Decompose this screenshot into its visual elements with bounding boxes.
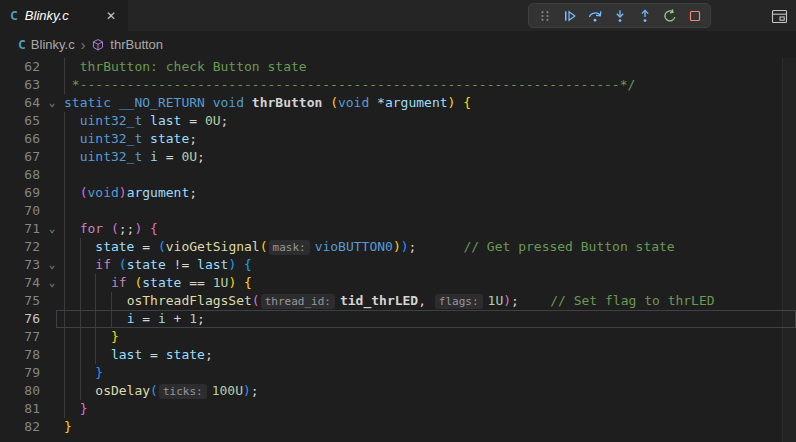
gutter[interactable]: 73⌄ (0, 256, 64, 274)
code-line[interactable]: 69 (void)argument; (0, 184, 796, 202)
code-editor[interactable]: 62 thrButton: check Button state63 *----… (0, 58, 796, 442)
gutter[interactable]: 62 (0, 58, 64, 76)
code-content[interactable]: uint32_t state; (64, 130, 796, 148)
line-number[interactable]: 68 (0, 166, 40, 184)
gutter[interactable]: 79 (0, 364, 64, 382)
line-number[interactable]: 73 (0, 256, 40, 274)
code-content[interactable]: i = i + 1; (64, 310, 796, 328)
line-number[interactable]: 78 (0, 346, 40, 364)
code-content[interactable]: } (64, 400, 796, 418)
fold-chevron-icon[interactable]: ⌄ (40, 220, 64, 238)
gutter[interactable]: 75 (0, 292, 64, 310)
fold-chevron-icon[interactable]: ⌄ (40, 94, 64, 112)
code-content[interactable]: *---------------------------------------… (64, 76, 796, 94)
code-content[interactable]: } (64, 418, 796, 436)
gutter[interactable]: 82 (0, 418, 64, 436)
code-content[interactable]: uint32_t last = 0U; (64, 112, 796, 130)
fold-chevron-icon[interactable]: ⌄ (40, 274, 64, 292)
code-content[interactable] (64, 202, 796, 220)
code-content[interactable]: thrButton: check Button state (64, 58, 796, 76)
gutter[interactable]: 69 (0, 184, 64, 202)
breadcrumb-symbol[interactable]: thrButton (91, 37, 163, 52)
line-number[interactable]: 69 (0, 184, 40, 202)
line-number[interactable]: 77 (0, 328, 40, 346)
code-content[interactable]: osDelay(ticks:100U); (64, 382, 796, 400)
close-icon[interactable]: ✕ (104, 8, 118, 24)
line-number[interactable]: 74 (0, 274, 40, 292)
code-content[interactable]: } (64, 328, 796, 346)
gutter[interactable]: 74⌄ (0, 274, 64, 292)
code-content[interactable]: } (64, 364, 796, 382)
line-number[interactable]: 71 (0, 220, 40, 238)
line-number[interactable]: 79 (0, 364, 40, 382)
code-line[interactable]: 65 uint32_t last = 0U; (0, 112, 796, 130)
line-number[interactable]: 81 (0, 400, 40, 418)
gutter[interactable]: 76 (0, 310, 64, 328)
code-content[interactable]: uint32_t i = 0U; (64, 148, 796, 166)
gutter[interactable]: 80 (0, 382, 64, 400)
step-into-button[interactable] (607, 4, 632, 27)
gutter[interactable]: 65 (0, 112, 64, 130)
code-line[interactable]: 71⌄ for (;;) { (0, 220, 796, 238)
restart-button[interactable] (657, 4, 682, 27)
code-line[interactable]: 70 (0, 202, 796, 220)
code-line[interactable]: 66 uint32_t state; (0, 130, 796, 148)
code-line[interactable]: 63 *------------------------------------… (0, 76, 796, 94)
code-content[interactable]: (void)argument; (64, 184, 796, 202)
code-line[interactable]: 78 last = state; (0, 346, 796, 364)
line-number[interactable]: 72 (0, 238, 40, 256)
gutter[interactable]: 81 (0, 400, 64, 418)
code-line[interactable]: 72 state = (vioGetSignal(mask:vioBUTTON0… (0, 238, 796, 256)
line-number[interactable]: 66 (0, 130, 40, 148)
code-line[interactable]: 62 thrButton: check Button state (0, 58, 796, 76)
line-number[interactable]: 76 (0, 310, 40, 328)
stop-button[interactable] (682, 4, 707, 27)
customize-layout-button[interactable] (769, 7, 789, 25)
line-number[interactable]: 80 (0, 382, 40, 400)
gutter[interactable]: 68 (0, 166, 64, 184)
gutter[interactable]: 77 (0, 328, 64, 346)
step-out-button[interactable] (632, 4, 657, 27)
gutter[interactable]: 64⌄ (0, 94, 64, 112)
gutter[interactable]: 63 (0, 76, 64, 94)
gutter[interactable]: 72 (0, 238, 64, 256)
breadcrumb-file[interactable]: C Blinky.c (18, 37, 75, 52)
line-number[interactable]: 62 (0, 58, 40, 76)
code-content[interactable]: state = (vioGetSignal(mask:vioBUTTON0));… (64, 238, 796, 256)
code-content[interactable]: for (;;) { (64, 220, 796, 238)
drag-handle-button[interactable] (532, 4, 557, 27)
line-number[interactable]: 75 (0, 292, 40, 310)
code-line[interactable]: 77 } (0, 328, 796, 346)
code-line[interactable]: 80 osDelay(ticks:100U); (0, 382, 796, 400)
line-number[interactable]: 65 (0, 112, 40, 130)
code-line[interactable]: 81 } (0, 400, 796, 418)
code-line[interactable]: 76 i = i + 1; (0, 310, 796, 328)
code-content[interactable]: static __NO_RETURN void thrButton (void … (64, 94, 796, 112)
gutter[interactable]: 70 (0, 202, 64, 220)
code-content[interactable]: last = state; (64, 346, 796, 364)
line-number[interactable]: 63 (0, 76, 40, 94)
editor-scrollbar[interactable] (782, 58, 796, 442)
code-content[interactable]: osThreadFlagsSet(thread_id:tid_thrLED, f… (64, 292, 796, 310)
line-number[interactable]: 67 (0, 148, 40, 166)
fold-chevron-icon[interactable]: ⌄ (40, 256, 64, 274)
code-content[interactable]: if (state == 1U) { (64, 274, 796, 292)
code-line[interactable]: 75 osThreadFlagsSet(thread_id:tid_thrLED… (0, 292, 796, 310)
code-line[interactable]: 73⌄ if (state != last) { (0, 256, 796, 274)
code-line[interactable]: 67 uint32_t i = 0U; (0, 148, 796, 166)
code-content[interactable]: if (state != last) { (64, 256, 796, 274)
code-line[interactable]: 82} (0, 418, 796, 436)
line-number[interactable]: 64 (0, 94, 40, 112)
gutter[interactable]: 67 (0, 148, 64, 166)
gutter[interactable]: 71⌄ (0, 220, 64, 238)
gutter[interactable]: 66 (0, 130, 64, 148)
code-line[interactable]: 74⌄ if (state == 1U) { (0, 274, 796, 292)
line-number[interactable]: 82 (0, 418, 40, 436)
step-over-button[interactable] (582, 4, 607, 27)
code-line[interactable]: 68 (0, 166, 796, 184)
line-number[interactable]: 70 (0, 202, 40, 220)
code-line[interactable]: 64⌄static __NO_RETURN void thrButton (vo… (0, 94, 796, 112)
code-line[interactable]: 79 } (0, 364, 796, 382)
tab-blinky-c[interactable]: C Blinky.c ✕ (0, 0, 128, 31)
gutter[interactable]: 78 (0, 346, 64, 364)
